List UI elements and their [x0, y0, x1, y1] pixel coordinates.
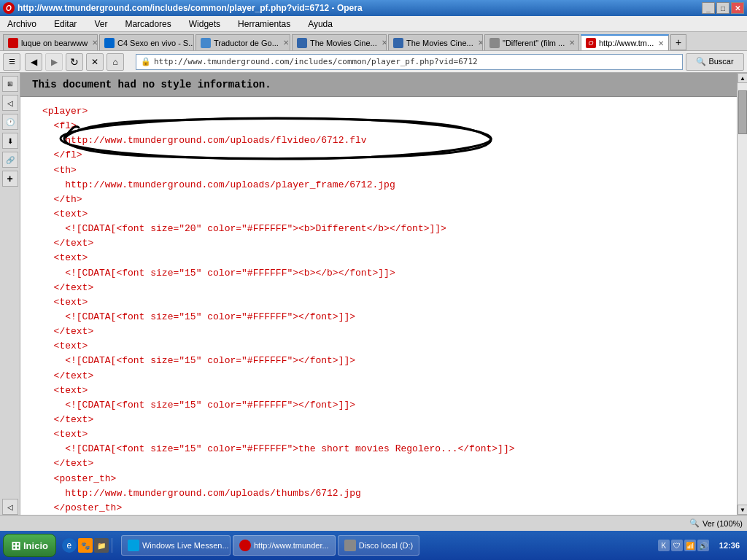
tab-close-4[interactable]: ✕ — [478, 39, 483, 47]
stop-button[interactable]: ✕ — [86, 53, 104, 71]
window-controls[interactable]: _ □ ✕ — [702, 2, 744, 14]
navigation-bar: ☰ ◀ ▶ ↻ ✕ ⌂ 🔒 http://www.tmunderground.c… — [0, 51, 747, 73]
xml-line-22: </text> — [42, 413, 715, 427]
tray-icon-1[interactable]: K — [658, 540, 670, 551]
sidebar-btn-clock[interactable]: 🕐 — [2, 114, 18, 130]
tab-close-5[interactable]: ✕ — [569, 39, 575, 47]
tab-3[interactable]: The Movies Cine... ✕ — [292, 34, 387, 50]
zoom-text: Ver (100%) — [703, 519, 743, 528]
xml-content: <player> <fl> http://www.tmunderground.c… — [20, 97, 737, 515]
xml-line-13: </text> — [42, 281, 715, 295]
left-sidebar: ⊞ ◁ 🕐 ⬇ 🔗 + ◁ — [0, 73, 20, 515]
tab-label-6: http://www.tm... — [599, 39, 654, 47]
menu-herramientas[interactable]: Herramientas — [233, 18, 295, 31]
tab-label-5: "Different" (film ... — [503, 39, 565, 47]
tab-label-2: Traductor de Go... — [214, 39, 279, 47]
menu-editar[interactable]: Editar — [50, 18, 81, 31]
quicklaunch-3[interactable]: 📁 — [94, 538, 109, 553]
quicklaunch-ie[interactable]: e — [62, 538, 77, 553]
xml-line-19: </text> — [42, 369, 715, 384]
tab-1[interactable]: C4 Sexo en vivo - S... ✕ — [99, 34, 194, 50]
quicklaunch-2[interactable]: 🐾 — [78, 538, 93, 553]
right-scrollbar: ▲ ▼ — [737, 73, 747, 515]
xml-line-14: <text> — [42, 295, 715, 310]
xml-line-23: <text> — [42, 427, 715, 442]
menu-ayuda[interactable]: Ayuda — [303, 18, 337, 31]
scroll-thumb[interactable] — [738, 90, 747, 134]
windows-icon: ⊞ — [11, 539, 20, 553]
tab-2[interactable]: Traductor de Go... ✕ — [196, 34, 290, 50]
address-bar[interactable]: 🔒 http://www.tmunderground.com/includes/… — [136, 54, 683, 70]
tray-icon-shield[interactable]: 🛡 — [671, 540, 683, 551]
taskbar-item-disk[interactable]: Disco local (D:) — [338, 535, 420, 556]
tab-favicon-6: O — [586, 38, 596, 48]
tab-label-4: The Movies Cine... — [406, 39, 473, 47]
tray-icon-network[interactable]: 📶 — [684, 540, 696, 551]
nav-sidebar-toggle[interactable]: ☰ — [3, 53, 20, 71]
tab-bar: luque on bearwww ✕ C4 Sexo en vivo - S..… — [0, 32, 747, 51]
content-area: This document had no style information. … — [20, 73, 737, 515]
minimize-button[interactable]: _ — [702, 2, 715, 14]
tab-0[interactable]: luque on bearwww ✕ — [3, 34, 98, 50]
tab-favicon-5 — [489, 38, 500, 48]
taskbar-item-messenger[interactable]: Windows Live Messen... — [121, 535, 231, 556]
xml-line-26: <poster_th> — [42, 472, 715, 486]
back-button[interactable]: ◀ — [25, 53, 42, 71]
menu-widgets[interactable]: Widgets — [185, 18, 225, 31]
sidebar-btn-1[interactable]: ⊞ — [2, 76, 18, 92]
menu-archivo[interactable]: Archivo — [3, 18, 41, 31]
scroll-track[interactable] — [738, 83, 747, 505]
scroll-up-button[interactable]: ▲ — [738, 73, 747, 83]
start-button[interactable]: ⊞ Inicio — [3, 534, 56, 557]
address-text: http://www.tmunderground.com/includes/co… — [154, 57, 478, 66]
xml-line-25: </text> — [42, 456, 715, 471]
tab-close-0[interactable]: ✕ — [92, 39, 98, 47]
xml-line-17: <text> — [42, 339, 715, 354]
title-bar: O http://www.tmunderground.com/includes/… — [0, 0, 747, 16]
sidebar-btn-back[interactable]: ◁ — [2, 95, 18, 111]
tray-icon-volume[interactable]: 🔊 — [697, 540, 709, 551]
forward-button[interactable]: ▶ — [45, 53, 63, 71]
xml-line-16: </text> — [42, 324, 715, 339]
xml-line-2: <fl> — [42, 119, 715, 133]
menu-marcadores[interactable]: Marcadores — [120, 18, 175, 31]
scroll-down-button[interactable]: ▼ — [738, 505, 747, 515]
tab-6[interactable]: O http://www.tm... ✕ — [581, 34, 669, 50]
no-style-banner: This document had no style information. — [20, 73, 737, 97]
xml-line-9: <![CDATA[<font size="20" color="#FFFFFF"… — [42, 222, 715, 236]
start-label: Inicio — [23, 540, 48, 551]
sys-tray: K 🛡 📶 🔊 — [655, 540, 712, 551]
xml-line-24: <![CDATA[<font size="15" color="#FFFFFF"… — [42, 442, 715, 456]
tab-4[interactable]: The Movies Cine... ✕ — [388, 34, 483, 50]
tab-close-2[interactable]: ✕ — [283, 39, 289, 47]
system-clock: 12:36 — [715, 541, 744, 550]
menu-bar: Archivo Editar Ver Marcadores Widgets He… — [0, 16, 747, 32]
tab-label-3: The Movies Cine... — [310, 39, 377, 47]
search-button[interactable]: 🔍 Buscar — [686, 53, 744, 71]
xml-line-18: <![CDATA[<font size="15" color="#FFFFFF"… — [42, 354, 715, 368]
tab-add-button[interactable]: + — [670, 34, 686, 50]
tab-close-6[interactable]: ✕ — [658, 39, 664, 47]
sidebar-btn-plus[interactable]: + — [2, 171, 18, 187]
zoom-info[interactable]: 🔍 Ver (100%) — [689, 518, 743, 528]
taskbar-label-browser: http://www.tmunder... — [254, 541, 329, 550]
sidebar-btn-bottom[interactable]: ◁ — [2, 499, 18, 515]
tab-favicon-0 — [8, 38, 18, 48]
reload-button[interactable]: ↻ — [66, 53, 83, 71]
tab-5[interactable]: "Different" (film ... ✕ — [484, 34, 579, 50]
taskbar-item-browser[interactable]: http://www.tmunder... — [233, 535, 336, 556]
no-style-text: This document had no style information. — [32, 79, 271, 90]
sidebar-btn-link[interactable]: 🔗 — [2, 152, 18, 168]
xml-line-1: <player> — [42, 104, 715, 119]
xml-line-27: http://www.tmunderground.com/uploads/thu… — [42, 486, 715, 501]
menu-ver[interactable]: Ver — [90, 18, 112, 31]
xml-line-7: </th> — [42, 192, 715, 207]
sidebar-btn-down[interactable]: ⬇ — [2, 133, 18, 149]
xml-line-12: <![CDATA[<font size="15" color="#FFFFFF"… — [42, 266, 715, 281]
home-button[interactable]: ⌂ — [107, 53, 124, 71]
close-button[interactable]: ✕ — [731, 2, 744, 14]
maximize-button[interactable]: □ — [716, 2, 729, 14]
taskbar-label-disk: Disco local (D:) — [359, 541, 414, 550]
tab-close-3[interactable]: ✕ — [382, 39, 387, 47]
opera-taskbar-icon — [239, 540, 251, 551]
